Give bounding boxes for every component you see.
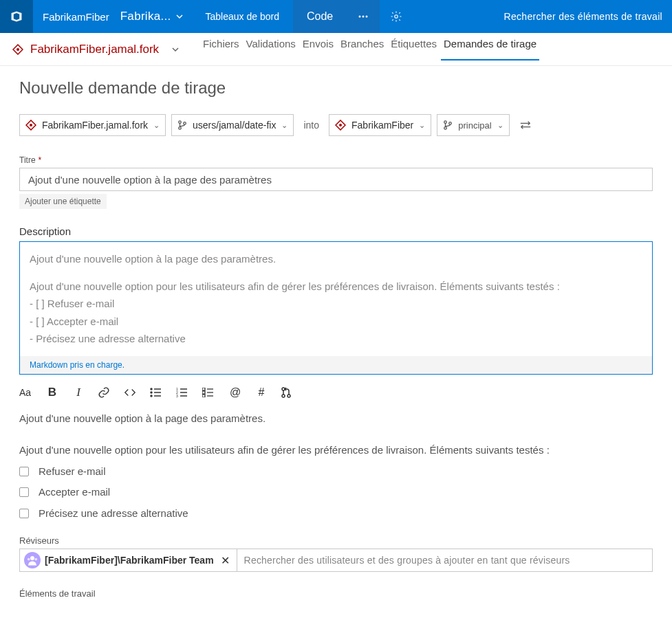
- preview-checkbox-row: Refuser e-mail: [19, 462, 653, 482]
- preview-checkbox-row: Accepter e-mail: [19, 483, 653, 502]
- svg-point-12: [449, 122, 452, 125]
- target-branch-selector[interactable]: principal ⌄: [437, 114, 509, 136]
- preview-line: Ajout d'une nouvelle option pour les uti…: [19, 441, 653, 461]
- sub-nav: FabrikamFiber.jamal.fork Fichiers Valida…: [0, 33, 672, 66]
- description-label: Description: [19, 225, 653, 237]
- repo-tabs: Fichiers Validations Envois Branches Éti…: [200, 38, 539, 60]
- target-branch-text: principal: [458, 120, 491, 131]
- reviewer-chip: [FabrikamFiber]\FabrikamFiber Team ✕: [20, 549, 237, 571]
- required-icon: *: [39, 155, 42, 165]
- svg-point-3: [395, 15, 398, 19]
- add-label-link[interactable]: Ajouter une étiquette: [19, 194, 107, 209]
- project-name[interactable]: FabrikamFiber: [33, 11, 119, 23]
- checkbox-icon[interactable]: [19, 487, 29, 497]
- preview-line: Ajout d'une nouvelle option à la page de…: [19, 409, 653, 429]
- svg-rect-29: [202, 395, 205, 397]
- source-repo-text: FabrikamFiber.jamal.fork: [42, 120, 148, 131]
- mention-button[interactable]: @: [228, 386, 242, 399]
- chevron-down-icon: ⌄: [419, 121, 425, 130]
- svg-point-13: [151, 388, 152, 390]
- svg-point-34: [30, 556, 34, 560]
- svg-rect-25: [202, 388, 205, 390]
- repo-name: FabrikamFiber.jamal.fork: [30, 43, 159, 56]
- svg-point-0: [359, 16, 361, 18]
- svg-point-8: [184, 122, 186, 125]
- description-box: Ajout d'une nouvelle option à la page de…: [19, 241, 653, 375]
- preview-checkbox-row: Précisez une adresse alternative: [19, 504, 653, 524]
- svg-point-11: [444, 127, 447, 130]
- gear-icon[interactable]: [380, 0, 413, 33]
- hash-button[interactable]: #: [254, 386, 268, 399]
- markdown-supported-note: Markdown pris en charge.: [20, 356, 652, 374]
- code-button[interactable]: [124, 388, 138, 397]
- svg-point-2: [366, 16, 368, 18]
- description-textarea[interactable]: Ajout d'une nouvelle option à la page de…: [20, 242, 652, 356]
- into-label: into: [299, 120, 323, 131]
- svg-point-9: [339, 124, 342, 126]
- svg-point-6: [179, 121, 182, 124]
- ordered-list-button[interactable]: 123: [176, 388, 190, 397]
- checkbox-icon[interactable]: [19, 509, 29, 518]
- team-name[interactable]: Fabrika...: [119, 10, 175, 23]
- reviewer-search-placeholder: Rechercher des utilisateurs et des group…: [237, 555, 652, 566]
- svg-point-35: [28, 558, 30, 561]
- checklist-button[interactable]: [202, 388, 216, 397]
- reviewer-name: [FabrikamFiber]\FabrikamFiber Team: [45, 555, 214, 566]
- tab-files[interactable]: Fichiers: [200, 38, 242, 60]
- svg-point-33: [288, 395, 290, 397]
- svg-rect-27: [202, 391, 205, 394]
- page-title: Nouvelle demande de tirage: [19, 78, 653, 98]
- svg-point-17: [151, 395, 152, 397]
- svg-point-32: [282, 395, 285, 397]
- editor-toolbar: Aa B I 123 @ #: [19, 386, 653, 399]
- svg-point-5: [30, 124, 32, 126]
- source-repo-selector[interactable]: FabrikamFiber.jamal.fork ⌄: [19, 114, 166, 136]
- chevron-down-icon: ⌄: [497, 121, 503, 130]
- repo-selector[interactable]: FabrikamFiber.jamal.fork: [12, 43, 180, 56]
- chevron-down-icon[interactable]: [175, 12, 192, 21]
- tab-code[interactable]: Code: [293, 0, 347, 33]
- bullet-list-button[interactable]: [150, 388, 164, 397]
- work-items-label: Éléments de travail: [19, 588, 653, 599]
- remove-reviewer-icon[interactable]: ✕: [218, 554, 232, 567]
- svg-point-15: [151, 392, 152, 393]
- top-nav: FabrikamFiber Fabrika... Tableaux de bor…: [0, 0, 672, 33]
- reviewers-input[interactable]: [FabrikamFiber]\FabrikamFiber Team ✕ Rec…: [19, 549, 653, 572]
- chevron-down-icon: ⌄: [281, 121, 288, 130]
- content: Nouvelle demande de tirage FabrikamFiber…: [0, 66, 672, 614]
- target-repo-selector[interactable]: FabrikamFiber ⌄: [329, 114, 431, 136]
- svg-point-1: [362, 16, 365, 18]
- tab-pull-requests[interactable]: Demandes de tirage: [441, 38, 539, 60]
- svg-text:3: 3: [176, 394, 178, 397]
- source-branch-text: users/jamal/date-fix: [193, 120, 276, 131]
- tab-branches[interactable]: Branches: [338, 38, 387, 60]
- vsts-logo[interactable]: [0, 0, 33, 33]
- svg-point-10: [444, 121, 447, 124]
- italic-button[interactable]: I: [72, 386, 85, 399]
- tab-commits[interactable]: Validations: [243, 38, 299, 60]
- checkbox-icon[interactable]: [19, 467, 29, 476]
- chevron-down-icon: [171, 45, 180, 54]
- reviewers-label: Réviseurs: [19, 535, 653, 546]
- swap-branches-icon[interactable]: [515, 120, 536, 130]
- chevron-down-icon: ⌄: [153, 121, 160, 130]
- more-icon[interactable]: [347, 0, 380, 33]
- bold-button[interactable]: B: [45, 386, 59, 399]
- target-repo-text: FabrikamFiber: [351, 120, 413, 131]
- svg-point-4: [17, 48, 19, 51]
- tab-dashboards[interactable]: Tableaux de bord: [192, 0, 293, 33]
- svg-point-7: [179, 127, 182, 130]
- svg-point-36: [34, 558, 37, 561]
- title-label: Titre *: [19, 155, 653, 165]
- pr-link-button[interactable]: [281, 387, 294, 398]
- source-branch-selector[interactable]: users/jamal/date-fix ⌄: [171, 114, 294, 136]
- team-avatar-icon: [24, 552, 41, 568]
- link-button[interactable]: [98, 386, 111, 399]
- title-input[interactable]: [19, 168, 653, 191]
- tab-pushes[interactable]: Envois: [300, 38, 336, 60]
- search-work-items[interactable]: Rechercher des éléments de travail: [413, 11, 672, 22]
- branch-row: FabrikamFiber.jamal.fork ⌄ users/jamal/d…: [19, 114, 653, 136]
- tab-tags[interactable]: Étiquettes: [388, 38, 440, 60]
- description-preview: Ajout d'une nouvelle option à la page de…: [19, 409, 653, 524]
- heading-button[interactable]: Aa: [19, 387, 33, 398]
